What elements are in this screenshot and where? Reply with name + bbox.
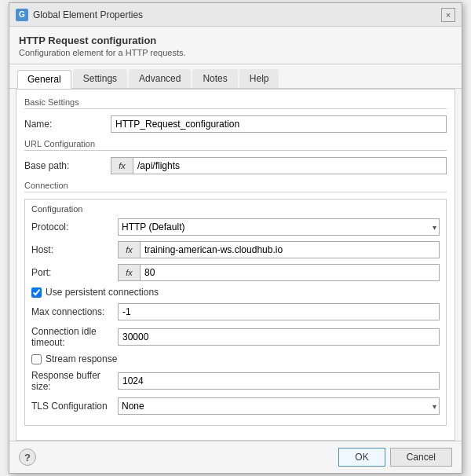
url-config-label: URL Configuration [24, 139, 447, 151]
protocol-select-wrapper: HTTP (Default)HTTPS ▾ [118, 218, 440, 236]
url-config-section: URL Configuration Base path: fx [24, 139, 447, 174]
tabs-bar: General Settings Advanced Notes Help [9, 64, 462, 89]
dialog-window: G Global Element Properties × HTTP Reque… [9, 2, 462, 474]
dialog-header: HTTP Request configuration Configuration… [9, 27, 462, 64]
port-input[interactable] [141, 265, 439, 280]
persistent-conn-row: Use persistent connections [31, 287, 440, 298]
tab-settings[interactable]: Settings [73, 69, 127, 88]
resp-buf-label: Response buffer size: [31, 370, 118, 392]
dialog-icon: G [16, 9, 28, 21]
name-field-row: Name: [24, 115, 447, 133]
tls-field-row: TLS Configuration None ▾ [31, 397, 440, 415]
connection-label: Connection [24, 181, 447, 192]
port-fx-button[interactable]: fx [119, 265, 141, 280]
ok-button[interactable]: OK [338, 448, 385, 467]
dialog-title: HTTP Request configuration [19, 35, 452, 46]
protocol-select[interactable]: HTTP (Default)HTTPS [118, 218, 440, 236]
close-button[interactable]: × [441, 8, 455, 22]
host-fx-wrapper: fx [118, 241, 440, 258]
footer-buttons: OK Cancel [338, 448, 452, 467]
basic-settings-section: Basic Settings Name: [24, 97, 447, 133]
host-input[interactable] [141, 242, 439, 258]
dialog-subtitle: Configuration element for a HTTP request… [19, 48, 452, 57]
port-field-row: Port: fx [31, 264, 440, 281]
resp-buf-field-row: Response buffer size: [31, 370, 440, 392]
title-bar: G Global Element Properties × [9, 3, 462, 27]
max-conn-field-row: Max connections: [31, 303, 440, 320]
host-field-row: Host: fx [31, 241, 440, 258]
stream-resp-checkbox[interactable] [31, 354, 42, 364]
stream-resp-row: Stream response [31, 353, 440, 364]
protocol-field-row: Protocol: HTTP (Default)HTTPS ▾ [31, 218, 440, 236]
tab-notes[interactable]: Notes [192, 69, 237, 88]
config-group-label: Configuration [31, 204, 440, 214]
max-conn-input[interactable] [118, 303, 440, 320]
max-conn-label: Max connections: [31, 306, 118, 317]
conn-idle-field-row: Connection idle timeout: [31, 326, 440, 348]
connection-group: Configuration Protocol: HTTP (Default)HT… [24, 199, 447, 426]
port-label: Port: [31, 267, 118, 278]
base-path-fx-wrapper: fx [111, 157, 447, 174]
name-input[interactable] [111, 115, 447, 133]
conn-idle-label: Connection idle timeout: [31, 326, 118, 348]
port-fx-wrapper: fx [118, 264, 440, 281]
connection-section: Connection Configuration Protocol: HTTP … [24, 181, 447, 426]
tab-help[interactable]: Help [239, 69, 279, 88]
tls-select-wrapper: None ▾ [118, 397, 440, 415]
dialog-body: Basic Settings Name: URL Configuration B… [16, 89, 455, 441]
title-bar-left: G Global Element Properties [16, 9, 143, 21]
host-label: Host: [31, 244, 118, 255]
tab-general[interactable]: General [17, 70, 71, 89]
help-button[interactable]: ? [19, 449, 36, 466]
name-label: Name: [24, 119, 111, 130]
resp-buf-input[interactable] [118, 372, 440, 390]
tab-advanced[interactable]: Advanced [129, 69, 191, 88]
protocol-label: Protocol: [31, 222, 118, 233]
base-path-fx-button[interactable]: fx [111, 158, 133, 174]
conn-idle-input[interactable] [118, 328, 440, 346]
dialog-footer: ? OK Cancel [9, 441, 462, 473]
basic-settings-label: Basic Settings [24, 97, 447, 109]
base-path-label: Base path: [24, 160, 111, 171]
host-fx-button[interactable]: fx [119, 242, 141, 258]
base-path-field-row: Base path: fx [24, 157, 447, 174]
tls-select[interactable]: None [118, 397, 440, 415]
tls-label: TLS Configuration [31, 401, 118, 412]
persistent-conn-checkbox[interactable] [31, 287, 42, 298]
base-path-input[interactable] [133, 158, 446, 174]
stream-resp-label: Stream response [46, 353, 117, 364]
cancel-button[interactable]: Cancel [390, 448, 452, 467]
persistent-conn-label: Use persistent connections [46, 287, 159, 298]
title-text: Global Element Properties [33, 9, 143, 20]
